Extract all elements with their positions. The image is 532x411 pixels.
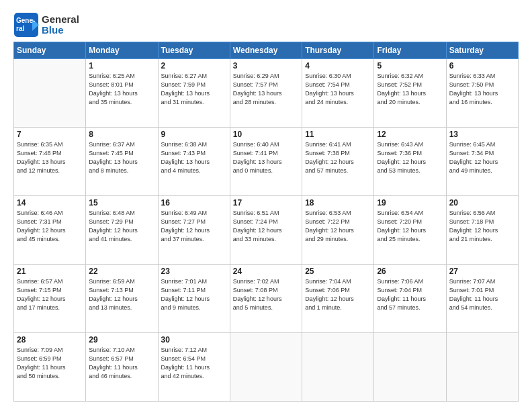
- header: Gene- ral General Blue: [13, 12, 519, 38]
- day-cell: [302, 333, 374, 402]
- day-cell: 30Sunrise: 7:12 AM Sunset: 6:54 PM Dayli…: [158, 333, 230, 402]
- day-info: Sunrise: 7:07 AM Sunset: 7:01 PM Dayligh…: [449, 277, 515, 312]
- day-number: 30: [161, 335, 227, 345]
- day-number: 19: [377, 198, 443, 208]
- logo-word1: General: [42, 14, 79, 26]
- weekday-wednesday: Wednesday: [230, 42, 302, 59]
- day-info: Sunrise: 6:27 AM Sunset: 7:59 PM Dayligh…: [161, 72, 227, 107]
- day-cell: 21Sunrise: 6:57 AM Sunset: 7:15 PM Dayli…: [14, 265, 86, 333]
- day-cell: 6Sunrise: 6:33 AM Sunset: 7:50 PM Daylig…: [446, 59, 518, 128]
- day-info: Sunrise: 6:32 AM Sunset: 7:52 PM Dayligh…: [377, 72, 443, 107]
- week-row-1: 1Sunrise: 6:25 AM Sunset: 8:01 PM Daylig…: [14, 59, 519, 128]
- day-number: 6: [449, 61, 515, 71]
- day-number: 12: [377, 130, 443, 139]
- weekday-friday: Friday: [374, 42, 446, 59]
- week-row-2: 7Sunrise: 6:35 AM Sunset: 7:48 PM Daylig…: [14, 128, 519, 196]
- day-cell: 19Sunrise: 6:54 AM Sunset: 7:20 PM Dayli…: [374, 196, 446, 265]
- day-number: 23: [161, 267, 227, 276]
- day-info: Sunrise: 7:10 AM Sunset: 6:57 PM Dayligh…: [89, 346, 154, 381]
- day-cell: 28Sunrise: 7:09 AM Sunset: 6:59 PM Dayli…: [14, 333, 86, 402]
- day-number: 16: [161, 198, 227, 208]
- day-number: 24: [233, 267, 299, 276]
- day-info: Sunrise: 7:06 AM Sunset: 7:04 PM Dayligh…: [377, 277, 443, 312]
- day-number: 15: [89, 198, 154, 208]
- day-info: Sunrise: 6:41 AM Sunset: 7:38 PM Dayligh…: [305, 140, 371, 175]
- day-cell: 16Sunrise: 6:49 AM Sunset: 7:27 PM Dayli…: [158, 196, 230, 265]
- day-cell: 29Sunrise: 7:10 AM Sunset: 6:57 PM Dayli…: [86, 333, 158, 402]
- day-number: 29: [89, 335, 154, 345]
- day-number: 26: [377, 267, 443, 276]
- day-number: 21: [17, 267, 83, 276]
- day-info: Sunrise: 6:43 AM Sunset: 7:36 PM Dayligh…: [377, 140, 443, 175]
- day-info: Sunrise: 6:59 AM Sunset: 7:13 PM Dayligh…: [89, 277, 154, 312]
- day-number: 17: [233, 198, 299, 208]
- day-info: Sunrise: 7:04 AM Sunset: 7:06 PM Dayligh…: [305, 277, 371, 312]
- week-row-5: 28Sunrise: 7:09 AM Sunset: 6:59 PM Dayli…: [14, 333, 519, 402]
- day-cell: 24Sunrise: 7:02 AM Sunset: 7:08 PM Dayli…: [230, 265, 302, 333]
- day-number: 3: [233, 61, 299, 71]
- day-number: 13: [449, 130, 515, 139]
- svg-text:ral: ral: [16, 25, 24, 32]
- day-number: 2: [161, 61, 227, 71]
- day-cell: 10Sunrise: 6:40 AM Sunset: 7:41 PM Dayli…: [230, 128, 302, 196]
- day-cell: 22Sunrise: 6:59 AM Sunset: 7:13 PM Dayli…: [86, 265, 158, 333]
- day-info: Sunrise: 6:45 AM Sunset: 7:34 PM Dayligh…: [449, 140, 515, 175]
- day-number: 8: [89, 130, 154, 139]
- day-cell: 7Sunrise: 6:35 AM Sunset: 7:48 PM Daylig…: [14, 128, 86, 196]
- logo-text: General Blue: [42, 14, 79, 36]
- day-cell: 5Sunrise: 6:32 AM Sunset: 7:52 PM Daylig…: [374, 59, 446, 128]
- day-info: Sunrise: 6:56 AM Sunset: 7:18 PM Dayligh…: [449, 209, 515, 244]
- day-cell: [230, 333, 302, 402]
- logo: Gene- ral General Blue: [13, 12, 79, 38]
- day-info: Sunrise: 6:48 AM Sunset: 7:29 PM Dayligh…: [89, 209, 154, 244]
- day-cell: 8Sunrise: 6:37 AM Sunset: 7:45 PM Daylig…: [86, 128, 158, 196]
- day-cell: 12Sunrise: 6:43 AM Sunset: 7:36 PM Dayli…: [374, 128, 446, 196]
- day-cell: [374, 333, 446, 402]
- day-info: Sunrise: 7:12 AM Sunset: 6:54 PM Dayligh…: [161, 346, 227, 381]
- day-info: Sunrise: 6:30 AM Sunset: 7:54 PM Dayligh…: [305, 72, 371, 107]
- day-cell: 18Sunrise: 6:53 AM Sunset: 7:22 PM Dayli…: [302, 196, 374, 265]
- day-number: 28: [17, 335, 83, 345]
- day-cell: 9Sunrise: 6:38 AM Sunset: 7:43 PM Daylig…: [158, 128, 230, 196]
- logo-word2: Blue: [42, 25, 79, 36]
- day-cell: 14Sunrise: 6:46 AM Sunset: 7:31 PM Dayli…: [14, 196, 86, 265]
- day-cell: 23Sunrise: 7:01 AM Sunset: 7:11 PM Dayli…: [158, 265, 230, 333]
- day-info: Sunrise: 6:57 AM Sunset: 7:15 PM Dayligh…: [17, 277, 83, 312]
- day-info: Sunrise: 6:40 AM Sunset: 7:41 PM Dayligh…: [233, 140, 299, 175]
- day-cell: 4Sunrise: 6:30 AM Sunset: 7:54 PM Daylig…: [302, 59, 374, 128]
- day-number: 20: [449, 198, 515, 208]
- day-cell: 17Sunrise: 6:51 AM Sunset: 7:24 PM Dayli…: [230, 196, 302, 265]
- day-info: Sunrise: 6:49 AM Sunset: 7:27 PM Dayligh…: [161, 209, 227, 244]
- day-cell: 13Sunrise: 6:45 AM Sunset: 7:34 PM Dayli…: [446, 128, 518, 196]
- week-row-3: 14Sunrise: 6:46 AM Sunset: 7:31 PM Dayli…: [14, 196, 519, 265]
- day-info: Sunrise: 6:46 AM Sunset: 7:31 PM Dayligh…: [17, 209, 83, 244]
- day-info: Sunrise: 6:35 AM Sunset: 7:48 PM Dayligh…: [17, 140, 83, 175]
- weekday-sunday: Sunday: [14, 42, 86, 59]
- day-info: Sunrise: 7:02 AM Sunset: 7:08 PM Dayligh…: [233, 277, 299, 312]
- day-info: Sunrise: 6:25 AM Sunset: 8:01 PM Dayligh…: [89, 72, 154, 107]
- day-number: 25: [305, 267, 371, 276]
- week-row-4: 21Sunrise: 6:57 AM Sunset: 7:15 PM Dayli…: [14, 265, 519, 333]
- day-number: 27: [449, 267, 515, 276]
- day-number: 22: [89, 267, 154, 276]
- day-cell: 1Sunrise: 6:25 AM Sunset: 8:01 PM Daylig…: [86, 59, 158, 128]
- day-cell: 15Sunrise: 6:48 AM Sunset: 7:29 PM Dayli…: [86, 196, 158, 265]
- weekday-monday: Monday: [86, 42, 158, 59]
- day-cell: 25Sunrise: 7:04 AM Sunset: 7:06 PM Dayli…: [302, 265, 374, 333]
- day-cell: 20Sunrise: 6:56 AM Sunset: 7:18 PM Dayli…: [446, 196, 518, 265]
- svg-text:Gene-: Gene-: [16, 17, 35, 24]
- day-cell: 26Sunrise: 7:06 AM Sunset: 7:04 PM Dayli…: [374, 265, 446, 333]
- day-info: Sunrise: 6:54 AM Sunset: 7:20 PM Dayligh…: [377, 209, 443, 244]
- day-info: Sunrise: 7:01 AM Sunset: 7:11 PM Dayligh…: [161, 277, 227, 312]
- day-number: 5: [377, 61, 443, 71]
- day-cell: 11Sunrise: 6:41 AM Sunset: 7:38 PM Dayli…: [302, 128, 374, 196]
- day-number: 7: [17, 130, 83, 139]
- day-number: 14: [17, 198, 83, 208]
- day-number: 1: [89, 61, 154, 71]
- logo-svg: Gene- ral: [13, 12, 39, 38]
- day-number: 18: [305, 198, 371, 208]
- calendar-table: SundayMondayTuesdayWednesdayThursdayFrid…: [13, 42, 519, 402]
- day-info: Sunrise: 6:33 AM Sunset: 7:50 PM Dayligh…: [449, 72, 515, 107]
- day-info: Sunrise: 6:53 AM Sunset: 7:22 PM Dayligh…: [305, 209, 371, 244]
- day-info: Sunrise: 7:09 AM Sunset: 6:59 PM Dayligh…: [17, 346, 83, 381]
